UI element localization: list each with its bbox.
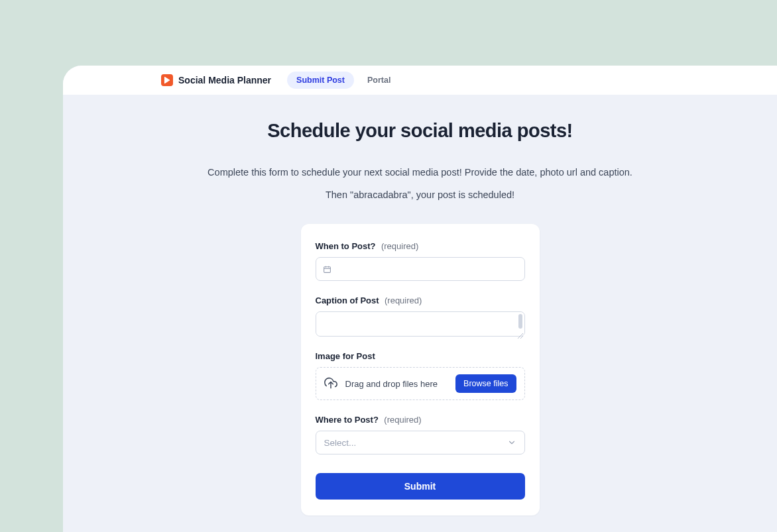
- svg-rect-0: [324, 266, 330, 272]
- date-input[interactable]: [337, 264, 518, 274]
- textarea-resize-handle[interactable]: [518, 329, 523, 335]
- cloud-upload-icon: [324, 377, 337, 390]
- page-title: Schedule your social media posts!: [63, 120, 777, 142]
- page-subtitle-2: Then "abracadabra", your post is schedul…: [63, 189, 777, 200]
- label-where: Where to Post?: [316, 415, 379, 425]
- required-where: (required): [384, 415, 421, 425]
- input-when-to-post[interactable]: [316, 257, 525, 281]
- brand-name: Social Media Planner: [178, 75, 271, 85]
- required-caption: (required): [385, 295, 422, 305]
- page-subtitle-1: Complete this form to schedule your next…: [63, 167, 777, 178]
- dropzone-left: Drag and drop files here: [324, 377, 438, 390]
- form-card: When to Post? (required) Caption: [301, 224, 540, 515]
- app-header: Social Media Planner Submit Post Portal: [63, 66, 777, 95]
- app-panel: Social Media Planner Submit Post Portal …: [63, 66, 777, 532]
- required-when: (required): [381, 241, 418, 251]
- select-placeholder: Select...: [324, 438, 357, 448]
- brand-logo-icon: [161, 74, 173, 86]
- label-when: When to Post?: [316, 241, 376, 251]
- tab-submit-post[interactable]: Submit Post: [287, 72, 354, 89]
- caption-textarea[interactable]: [316, 312, 524, 336]
- select-where-to-post[interactable]: Select...: [316, 431, 525, 454]
- textarea-caption-wrapper: [316, 311, 525, 337]
- field-image: Image for Post Drag and drop files here: [316, 350, 525, 400]
- submit-button[interactable]: Submit: [316, 473, 525, 500]
- main-content: Schedule your social media posts! Comple…: [63, 95, 777, 515]
- label-caption: Caption of Post: [316, 295, 379, 305]
- calendar-icon: [323, 265, 331, 274]
- dropzone-text: Drag and drop files here: [345, 379, 438, 389]
- image-dropzone[interactable]: Drag and drop files here Browse files: [316, 367, 525, 400]
- brand: Social Media Planner: [161, 74, 271, 86]
- chevron-down-icon: [507, 438, 516, 447]
- textarea-scrollbar[interactable]: [518, 314, 522, 329]
- tab-portal[interactable]: Portal: [358, 72, 400, 89]
- nav-tabs: Submit Post Portal: [287, 72, 400, 89]
- label-image: Image for Post: [316, 351, 375, 361]
- field-caption: Caption of Post (required): [316, 294, 525, 337]
- field-where: Where to Post? (required) Select...: [316, 413, 525, 454]
- browse-files-button[interactable]: Browse files: [455, 374, 516, 393]
- field-when: When to Post? (required): [316, 240, 525, 281]
